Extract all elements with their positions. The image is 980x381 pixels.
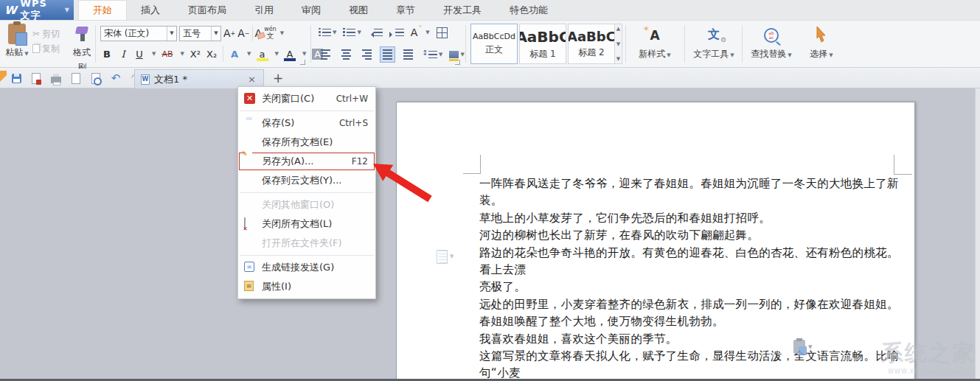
style-normal[interactable]: AaBbCcDd 正文 (470, 24, 518, 64)
font-size-combo[interactable]: 五号 ▼ (179, 26, 221, 41)
menu-item-save-all[interactable]: 保存所有文档(E) (238, 133, 375, 152)
new-style-button[interactable]: A 新样式▼ (628, 24, 681, 65)
group-divider (742, 25, 743, 63)
shading-button[interactable]: ▼ (449, 51, 464, 58)
view-zoom-button[interactable] (88, 71, 103, 85)
menu-item-label: 关闭其他窗口(O) (262, 198, 368, 212)
font-dialog-launcher[interactable] (300, 60, 305, 65)
menu-item-label: 保存到云文档(Y)... (262, 174, 368, 187)
style-heading1[interactable]: AaBbC 标题 1 (519, 24, 566, 64)
paragraph-dialog-launcher[interactable] (455, 60, 460, 65)
copy-icon (32, 44, 40, 53)
document-helper-button[interactable]: ▼ (437, 248, 459, 265)
menu-item-save-to-cloud[interactable]: 保存到云文档(Y)... (238, 171, 375, 190)
scroll-down-icon[interactable]: ▼ (616, 41, 620, 47)
new-tab-button[interactable]: + (270, 70, 286, 86)
menu-item-properties[interactable]: ≡ 属性(I) (238, 277, 375, 296)
tab-home[interactable]: 开始 (78, 0, 127, 20)
tab-developer[interactable]: 开发工具 (429, 0, 496, 20)
format-painter-button[interactable]: 格式刷 (69, 24, 94, 65)
print-preview-button[interactable] (69, 71, 83, 85)
text-line: 远处的田野里，小麦穿着整齐的绿色新衣，排成一列一列的，好像在欢迎春姐姐。 (479, 296, 901, 313)
bold-button[interactable]: B (102, 49, 112, 60)
strikethrough-button[interactable]: AB (161, 49, 173, 59)
save-button[interactable] (9, 71, 24, 85)
text-line: 我喜欢春姐姐，喜欢这个美丽的季节。 (479, 331, 901, 348)
tab-references[interactable]: 引用 (240, 0, 288, 20)
tab-insert[interactable]: 插入 (127, 0, 174, 20)
copy-label: 复制 (42, 43, 60, 55)
font-color-button[interactable]: A (285, 49, 295, 60)
style-sample: AaBbC (519, 28, 566, 46)
menu-item-share-link[interactable]: ∞ 生成链接发送(G) (238, 258, 375, 277)
bullet-list-icon (319, 29, 331, 37)
decrease-indent-button[interactable] (368, 29, 383, 37)
chevron-down-icon: ▼ (450, 254, 453, 259)
tab-special-features[interactable]: 特色功能 (496, 0, 562, 20)
align-right-button[interactable] (360, 47, 374, 62)
scroll-up-icon[interactable]: ▲ (616, 26, 620, 32)
distribute-button[interactable] (401, 47, 415, 62)
text-line: 草地上的小草发芽了，它们争先恐后的和春姐姐打招呼。 (479, 210, 901, 227)
menu-item-close-window[interactable]: ✕ 关闭窗口(C) Ctrl+W (238, 89, 375, 108)
menu-item-close-all-docs[interactable]: 关闭所有文档(L) (238, 214, 375, 234)
align-center-button[interactable] (339, 47, 353, 62)
chevron-down-icon: ▼ (788, 52, 791, 58)
text-tool-button[interactable]: 文 文字工具▼ (687, 24, 740, 65)
annotation-arrow (367, 156, 437, 208)
menu-item-shortcut: Ctrl+S (339, 118, 368, 128)
underline-button[interactable]: U (134, 49, 145, 60)
group-divider (625, 25, 626, 63)
menu-item-save[interactable]: 保存(S) Ctrl+S (238, 113, 375, 133)
chevron-down-icon: ▼ (280, 30, 284, 36)
grow-font-button[interactable]: A+ (223, 27, 235, 39)
align-left-button[interactable] (319, 47, 333, 62)
paste-options-button[interactable]: ▼ (793, 340, 812, 354)
increase-indent-button[interactable] (389, 29, 404, 37)
style-heading2[interactable]: AaBbC 标题 2 (568, 24, 615, 64)
close-tab-icon[interactable]: × (246, 74, 257, 85)
highlight-color-button[interactable]: a (257, 49, 268, 60)
styles-gallery-scroll[interactable]: ▲ ▼ ▼ (614, 24, 622, 64)
print-button[interactable] (49, 71, 63, 85)
vertical-scrollbar[interactable] (975, 88, 980, 381)
text-effects-button[interactable]: A (229, 49, 240, 60)
numbered-list-button[interactable]: ▼ (343, 29, 361, 37)
export-pdf-button[interactable] (29, 71, 44, 85)
tab-view[interactable]: 视图 (335, 0, 382, 20)
bullet-list-button[interactable]: ▼ (319, 29, 336, 37)
undo-button[interactable]: ↶ (108, 71, 123, 85)
shrink-font-button[interactable]: A− (237, 27, 249, 39)
tab-review[interactable]: 审阅 (288, 0, 335, 20)
select-button[interactable]: 选择▼ (801, 24, 842, 65)
chevron-down-icon: ▼ (667, 52, 670, 58)
clear-format-button[interactable]: A (255, 27, 263, 39)
font-family-combo[interactable]: 宋体 (正文) ▼ (100, 26, 177, 41)
wps-app-menu-button[interactable]: W WPS 文字 ▼ (0, 0, 74, 20)
group-divider (310, 25, 311, 63)
word-doc-icon: W (141, 74, 150, 85)
menu-item-label: 属性(I) (262, 280, 368, 293)
justify-button[interactable] (380, 47, 395, 62)
wps-writer-window: W WPS 文字 ▼ 开始 插入 页面布局 引用 审阅 视图 章节 开发工具 特… (0, 0, 980, 381)
subscript-button[interactable]: X₂ (206, 49, 217, 60)
line-spacing-button[interactable]: ▼ (422, 51, 442, 59)
italic-button[interactable]: I (118, 49, 128, 60)
paste-options-icon (793, 340, 805, 354)
tab-page-layout[interactable]: 页面布局 (174, 0, 240, 20)
tab-section[interactable]: 章节 (382, 0, 429, 20)
text-line: 路边的花朵也争奇斗艳的开放。有黄色的迎春花、白色的杏花、还有粉色的桃花。看上去漂 (479, 245, 901, 279)
menu-item-save-as[interactable]: 另存为(A)... F12 (238, 152, 375, 171)
change-case-button[interactable]: A (411, 27, 418, 38)
menu-item-shortcut: Ctrl+W (336, 94, 368, 104)
gallery-more-icon[interactable]: ▼ (616, 56, 620, 62)
chevron-down-icon: ▼ (333, 29, 336, 35)
draw-table-button[interactable] (437, 27, 448, 38)
menu-separator (240, 192, 374, 193)
superscript-button[interactable]: X² (190, 49, 201, 60)
phonetic-guide-button[interactable]: wén 文 (264, 27, 277, 40)
paste-button[interactable]: 粘贴▼ (4, 24, 29, 65)
document-text[interactable]: 一阵阵春风送走了冬爷爷，迎来了春姐姐。春姐姐为沉睡了一冬天的大地换上了新装。 草… (479, 175, 901, 381)
clipboard-group: 粘贴▼ ✂ 剪切 复制 格式刷 (1, 21, 94, 67)
find-replace-button[interactable]: ab ac 查找替换▼ (745, 24, 798, 65)
